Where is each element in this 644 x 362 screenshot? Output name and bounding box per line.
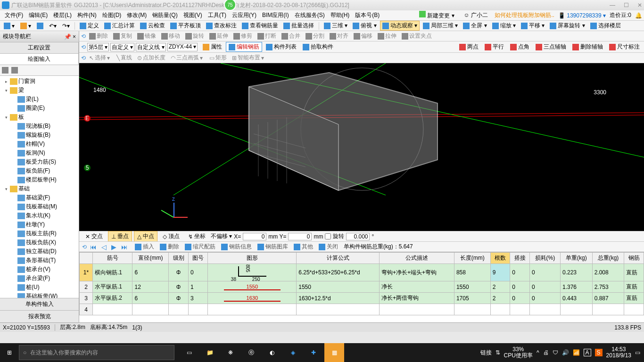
tab-project-settings[interactable]: 工程设置 bbox=[0, 42, 79, 53]
edit-button[interactable]: 修剪 bbox=[231, 32, 254, 41]
edit-button[interactable]: 拉伸 bbox=[376, 32, 398, 41]
snap-vertex[interactable]: ◇ 顶点 bbox=[159, 231, 183, 242]
snap-perp[interactable]: ⊥ 垂点 bbox=[108, 231, 132, 242]
tray-shield-icon[interactable]: 🛡 bbox=[553, 349, 558, 356]
tab-report-preview[interactable]: 报表预览 bbox=[0, 310, 79, 322]
column-header[interactable]: 图号 bbox=[188, 253, 208, 264]
column-header[interactable]: 筋号 bbox=[93, 253, 132, 264]
smart-layout-button[interactable]: ⊞ 智能布置 ▾ bbox=[230, 53, 266, 62]
tree-node[interactable]: 基础梁(F) bbox=[1, 193, 78, 202]
view-button[interactable]: 局部三维 ▾ bbox=[421, 21, 460, 31]
edit-button[interactable]: 合并 bbox=[280, 32, 302, 41]
view-button[interactable]: 选择楼层 bbox=[588, 21, 623, 31]
tab-single-component[interactable]: 单构件输入 bbox=[0, 298, 79, 310]
tree-node[interactable]: 筏板主筋(R) bbox=[1, 229, 78, 238]
menu-item[interactable]: 修改(M) bbox=[124, 10, 149, 20]
start-button[interactable]: ⊞ bbox=[0, 343, 19, 362]
column-header[interactable]: 总重(kg) bbox=[592, 253, 624, 264]
tree-node[interactable]: 基础板带(W) bbox=[1, 292, 78, 298]
redo-button[interactable]: ↷▾ bbox=[60, 22, 72, 30]
tree-node[interactable]: 楼层板带(H) bbox=[1, 175, 78, 184]
table-row[interactable]: 1*横向钢筋.16Φ0805382506.25*d+533+250+6.25*d… bbox=[80, 264, 644, 281]
toolbar-button[interactable]: 查看钢筋量 bbox=[240, 21, 280, 30]
table-row[interactable]: 2水平纵筋.112Φ115501550净长15502001.3762.753直筋 bbox=[80, 281, 644, 293]
link-label[interactable]: 链接 bbox=[480, 349, 492, 357]
column-header[interactable]: 级别 bbox=[169, 253, 189, 264]
edit-button[interactable]: 旋转 bbox=[183, 32, 206, 41]
edit-button[interactable]: 设置夹点 bbox=[400, 32, 434, 41]
aux-button[interactable]: 点角 bbox=[508, 42, 532, 51]
new-change-button[interactable]: 新建变更 ▾ bbox=[416, 10, 457, 21]
edit-button[interactable]: 延伸 bbox=[207, 32, 230, 41]
type-select[interactable]: 自定义线 ▾ bbox=[136, 43, 165, 51]
view-button[interactable]: 俯视 ▾ bbox=[351, 21, 378, 31]
nav-last[interactable]: ⏭ bbox=[120, 243, 129, 251]
rotate-check[interactable] bbox=[325, 233, 331, 239]
edit-button[interactable]: 移动 bbox=[159, 32, 182, 41]
toolbar-button[interactable]: 云检查 bbox=[138, 21, 167, 30]
tree-node[interactable]: 柱墩(Y) bbox=[1, 220, 78, 229]
aux-button[interactable]: 三点辅轴 bbox=[533, 42, 569, 51]
clock-date[interactable]: 2018/9/13 bbox=[606, 353, 631, 359]
column-header[interactable]: 搭接 bbox=[510, 253, 530, 264]
task-view-icon[interactable]: ▭ bbox=[179, 343, 199, 362]
line-button[interactable]: ╲ 直线 bbox=[115, 53, 134, 62]
menu-item[interactable]: 帮助(H) bbox=[328, 10, 353, 20]
tree-node[interactable]: 板受力筋(S) bbox=[1, 157, 78, 166]
view-button[interactable]: 屏幕旋转 ▾ bbox=[548, 21, 586, 31]
view-button[interactable]: 全屏 ▾ bbox=[461, 21, 488, 31]
aux-button[interactable]: 平行 bbox=[482, 42, 506, 51]
tree-node[interactable]: 条形基础(T) bbox=[1, 256, 78, 265]
app-icon-2[interactable]: ❋ bbox=[221, 343, 240, 362]
user-button[interactable]: ☺ 广小二 bbox=[461, 10, 491, 20]
close-button[interactable]: ✕ bbox=[637, 2, 642, 8]
view-button[interactable]: 平移 ▾ bbox=[519, 21, 546, 31]
app-icon-4[interactable]: ◈ bbox=[283, 343, 303, 362]
column-header[interactable]: 损耗(%) bbox=[529, 253, 560, 264]
phone-label[interactable]: 📱 13907298339 ▾ bbox=[558, 12, 606, 19]
undo-button[interactable]: ↶▾ bbox=[47, 22, 58, 30]
rebar-button[interactable]: 插入 bbox=[133, 242, 156, 251]
tree-node[interactable]: 梁(L) bbox=[1, 95, 78, 104]
edit-button[interactable]: 对齐 bbox=[328, 32, 350, 41]
tab-draw-input[interactable]: 绘图输入 bbox=[0, 54, 79, 65]
edit-button[interactable]: 打断 bbox=[256, 32, 278, 41]
column-header[interactable]: 单重(kg) bbox=[561, 253, 593, 264]
menu-item[interactable]: 在线服务(S) bbox=[292, 10, 328, 20]
rebar-button[interactable]: 关闭 bbox=[317, 242, 340, 251]
save-button[interactable] bbox=[35, 22, 45, 30]
arc-button[interactable]: ◠ 三点画弧 ▾ bbox=[169, 53, 205, 62]
tree-node[interactable]: 板洞(N) bbox=[1, 148, 78, 157]
column-header[interactable]: 计算公式 bbox=[297, 253, 380, 264]
menu-item[interactable]: 绘图(D) bbox=[99, 10, 124, 20]
tree-node[interactable]: 圈梁(E) bbox=[1, 104, 78, 113]
edit-button[interactable]: 分割 bbox=[304, 32, 326, 41]
edit-button[interactable]: 镜像 bbox=[135, 32, 158, 41]
new-button[interactable]: ▾ bbox=[2, 22, 17, 30]
menu-item[interactable]: 云应用(Y) bbox=[229, 10, 259, 20]
tray-ime-s[interactable]: S bbox=[595, 349, 603, 356]
tray-volume-icon[interactable]: 🔊 bbox=[562, 349, 569, 356]
aux-button[interactable]: 尺寸标注 bbox=[607, 42, 642, 51]
view-button[interactable]: 动态观察 ▾ bbox=[380, 21, 420, 31]
aux-button[interactable]: 删除辅轴 bbox=[570, 42, 605, 51]
app-icon-3[interactable]: ◐ bbox=[262, 343, 282, 362]
action-center-icon[interactable]: ▭ bbox=[635, 349, 640, 356]
rebar-button[interactable]: 钢筋信息 bbox=[219, 242, 254, 251]
menu-item[interactable]: 钢筋量(Q) bbox=[149, 10, 180, 20]
toolbar-button[interactable]: 平齐板顶 bbox=[168, 21, 203, 30]
pick-component-button[interactable]: 拾取构件 bbox=[300, 42, 336, 51]
tree-node[interactable]: 板负筋(F) bbox=[1, 166, 78, 175]
tree-node[interactable]: 桩承台(V) bbox=[1, 265, 78, 274]
x-input[interactable] bbox=[243, 233, 266, 240]
rect-button[interactable]: ▭ 矩形 bbox=[207, 53, 229, 62]
tree-collapse-icon[interactable] bbox=[11, 67, 18, 74]
toolbar-button[interactable]: 批量选择 bbox=[281, 21, 316, 30]
maximize-button[interactable]: ☐ bbox=[624, 2, 629, 8]
rebar-button[interactable]: 缩尺配筋 bbox=[183, 242, 217, 251]
offset-select[interactable]: 不偏移 ▾ bbox=[211, 232, 232, 240]
component-tree[interactable]: ▸门窗洞▾梁梁(L)圈梁(E)▾板现浇板(B)螺旋板(B)柱帽(V)板洞(N)板… bbox=[0, 76, 79, 298]
tray-network-icon[interactable]: 📶 bbox=[573, 349, 580, 356]
tree-node[interactable]: 承台梁(F) bbox=[1, 274, 78, 283]
tree-node[interactable]: 筏板基础(M) bbox=[1, 202, 78, 211]
